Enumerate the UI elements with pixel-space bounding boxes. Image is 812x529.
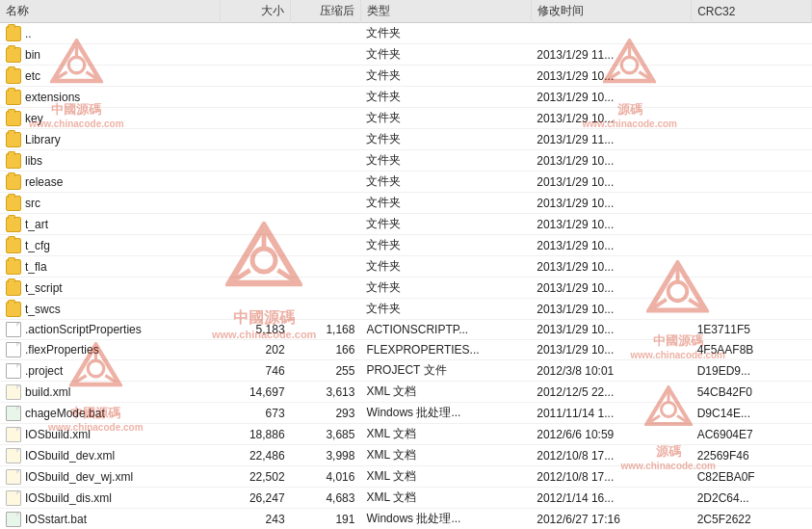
cell-packed: [291, 256, 361, 278]
cell-modified: 2013/1/29 10...: [531, 172, 691, 193]
cell-packed: 166: [291, 340, 361, 360]
cell-name: IOSbuild_dis.xml: [0, 488, 221, 509]
col-header-modified[interactable]: 修改时间: [531, 0, 691, 23]
cell-modified: 2013/1/29 10...: [531, 320, 691, 340]
file-name: bin: [25, 48, 40, 62]
cell-type: Windows 批处理...: [360, 403, 531, 424]
folder-icon: [6, 238, 21, 253]
file-name: extensions: [25, 91, 80, 104]
table-row[interactable]: chageMode.bat 673 293 Windows 批处理... 201…: [0, 403, 812, 424]
file-name: .flexProperties: [25, 343, 99, 357]
file-name: t_art: [25, 218, 48, 231]
table-row[interactable]: IOSbuild_dis.xml 26,247 4,683 XML 文档 201…: [0, 488, 812, 509]
table-row[interactable]: build.xml 14,697 3,613 XML 文档 2012/12/5 …: [0, 382, 812, 403]
cell-name: .project: [0, 360, 221, 382]
table-row[interactable]: t_fla 文件夹 2013/1/29 10...: [0, 256, 812, 278]
file-table: 名称 大小 压缩后 类型 修改时间 CRC32 .. 文件夹: [0, 0, 812, 529]
cell-size: [221, 129, 291, 150]
table-row[interactable]: extensions 文件夹 2013/1/29 10...: [0, 87, 812, 108]
table-row[interactable]: etc 文件夹 2013/1/29 10...: [0, 66, 812, 87]
table-row[interactable]: IOSbuild.xml 18,886 3,685 XML 文档 2012/6/…: [0, 424, 812, 445]
cell-crc: D9C14E...: [692, 403, 812, 424]
cell-size: [221, 299, 291, 320]
table-row[interactable]: t_cfg 文件夹 2013/1/29 10...: [0, 235, 812, 256]
cell-name: IOSbuild.xml: [0, 424, 221, 445]
table-row[interactable]: key 文件夹 2013/1/29 10...: [0, 108, 812, 129]
col-header-packed[interactable]: 压缩后: [291, 0, 361, 23]
cell-crc: [692, 214, 812, 235]
cell-type: XML 文档: [360, 424, 531, 445]
cell-modified: 2012/10/8 17...: [531, 445, 691, 466]
cell-type: 文件夹: [360, 278, 531, 299]
cell-packed: 3,613: [291, 382, 361, 403]
file-name: t_swcs: [25, 303, 61, 316]
cell-size: [221, 214, 291, 235]
folder-icon: [6, 111, 21, 126]
cell-modified: 2013/1/29 10...: [531, 193, 691, 214]
cell-modified: 2013/1/29 10...: [531, 340, 691, 360]
file-name: IOSbuild_dev_wj.xml: [25, 470, 133, 484]
file-name: etc: [25, 69, 40, 83]
cell-type: 文件夹: [360, 66, 531, 87]
cell-type: XML 文档: [360, 445, 531, 466]
cell-type: 文件夹: [360, 235, 531, 256]
cell-packed: 1,168: [291, 320, 361, 340]
cell-type: 文件夹: [360, 214, 531, 235]
table-row[interactable]: IOSbuild_dev.xml 22,486 3,998 XML 文档 201…: [0, 445, 812, 466]
table-row[interactable]: src 文件夹 2013/1/29 10...: [0, 193, 812, 214]
cell-name: t_art: [0, 214, 221, 235]
col-header-name[interactable]: 名称: [0, 0, 221, 23]
cell-type: 文件夹: [360, 108, 531, 129]
folder-icon: [6, 90, 21, 105]
cell-type: 文件夹: [360, 23, 531, 44]
folder-icon: [6, 259, 21, 275]
cell-name: src: [0, 193, 221, 214]
cell-modified: 2013/1/29 10...: [531, 214, 691, 235]
folder-icon: [6, 280, 21, 296]
cell-name: extensions: [0, 87, 221, 108]
cell-type: 文件夹: [360, 172, 531, 193]
xml-icon: [6, 384, 21, 400]
cell-type: PROJECT 文件: [360, 360, 531, 382]
table-row[interactable]: IOSstart.bat 243 191 Windows 批处理... 2012…: [0, 509, 812, 530]
col-header-crc[interactable]: CRC32: [692, 0, 812, 23]
table-row[interactable]: t_art 文件夹 2013/1/29 10...: [0, 214, 812, 235]
cell-packed: [291, 150, 361, 172]
cell-packed: [291, 299, 361, 320]
table-row[interactable]: t_script 文件夹 2013/1/29 10...: [0, 278, 812, 299]
file-name: release: [25, 175, 63, 189]
cell-type: 文件夹: [360, 256, 531, 278]
file-name: IOSbuild_dev.xml: [25, 449, 115, 463]
cell-size: 18,886: [221, 424, 291, 445]
cell-crc: D19ED9...: [692, 360, 812, 382]
col-header-size[interactable]: 大小: [221, 0, 291, 23]
cell-crc: [692, 193, 812, 214]
cell-name: chageMode.bat: [0, 403, 221, 424]
file-name: Library: [25, 133, 61, 146]
file-list-container[interactable]: 名称 大小 压缩后 类型 修改时间 CRC32 .. 文件夹: [0, 0, 812, 529]
cell-packed: 4,683: [291, 488, 361, 509]
folder-icon: [6, 196, 21, 211]
table-row[interactable]: .flexProperties 202 166 FLEXPROPERTIES..…: [0, 340, 812, 360]
cell-crc: 22569F46: [692, 445, 812, 466]
table-row[interactable]: t_swcs 文件夹 2013/1/29 10...: [0, 299, 812, 320]
cell-packed: 191: [291, 509, 361, 530]
folder-icon: [6, 68, 21, 84]
cell-name: t_cfg: [0, 235, 221, 256]
cell-packed: [291, 87, 361, 108]
cell-type: Windows 批处理...: [360, 509, 531, 530]
table-row[interactable]: IOSbuild_dev_wj.xml 22,502 4,016 XML 文档 …: [0, 466, 812, 488]
table-row[interactable]: .project 746 255 PROJECT 文件 2012/3/8 10:…: [0, 360, 812, 382]
table-row[interactable]: .actionScriptProperties 5,183 1,168 ACTI…: [0, 320, 812, 340]
col-header-type[interactable]: 类型: [360, 0, 531, 23]
cell-name: IOSbuild_dev.xml: [0, 445, 221, 466]
cell-type: 文件夹: [360, 44, 531, 66]
cell-size: [221, 23, 291, 44]
table-row[interactable]: libs 文件夹 2013/1/29 10...: [0, 150, 812, 172]
table-row[interactable]: bin 文件夹 2013/1/29 11...: [0, 44, 812, 66]
table-row[interactable]: .. 文件夹: [0, 23, 812, 44]
cell-modified: 2013/1/29 10...: [531, 108, 691, 129]
cell-size: [221, 193, 291, 214]
table-row[interactable]: release 文件夹 2013/1/29 10...: [0, 172, 812, 193]
table-row[interactable]: Library 文件夹 2013/1/29 11...: [0, 129, 812, 150]
